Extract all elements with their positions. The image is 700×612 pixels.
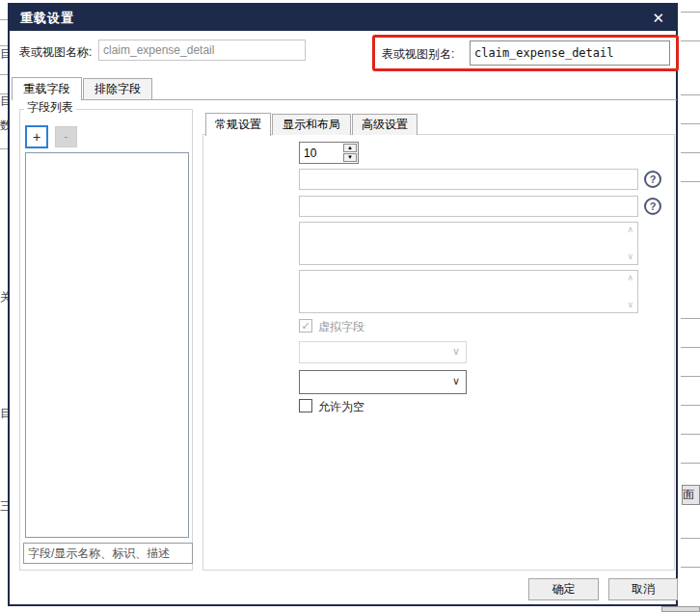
bg-fragment <box>661 606 700 612</box>
spinner-up-icon[interactable]: ▲ <box>343 144 357 152</box>
virtual-field-checkbox[interactable]: ✓ <box>299 319 312 333</box>
field-listbox[interactable] <box>25 152 189 538</box>
tab-general-settings[interactable]: 常规设置 <box>205 113 271 136</box>
dialog-titlebar: 重载设置 ✕ <box>10 5 676 31</box>
spinner-down-icon[interactable]: ▼ <box>343 153 357 162</box>
display-name-textarea[interactable]: ∧ ∨ <box>299 222 638 265</box>
scroll-up-icon[interactable]: ∧ <box>627 226 633 234</box>
help-icon[interactable]: ? <box>644 198 661 215</box>
field-desc-textarea[interactable]: ∧ ∨ <box>299 270 638 313</box>
tab-exclude-fields[interactable]: 排除字段 <box>83 78 152 99</box>
tab-reload-fields[interactable]: 重载字段 <box>12 77 82 100</box>
virtual-field-label: 虚拟字段 <box>318 319 364 335</box>
display-order-value[interactable] <box>300 143 342 163</box>
scroll-down-icon[interactable]: ∨ <box>627 253 633 261</box>
table-alias-input[interactable] <box>470 40 670 66</box>
remove-field-button[interactable]: - <box>55 126 77 147</box>
close-icon[interactable]: ✕ <box>652 11 665 25</box>
dialog-title: 重载设置 <box>20 10 74 27</box>
tab-advanced-settings[interactable]: 高级设置 <box>352 114 417 135</box>
field-list-legend: 字段列表 <box>24 99 76 116</box>
table-alias-label: 表或视图别名: <box>382 46 454 63</box>
control-type-dropdown[interactable]: ∨ <box>299 370 467 394</box>
tab-display-layout[interactable]: 显示和布局 <box>272 114 351 135</box>
table-name-label: 表或视图名称: <box>19 44 92 61</box>
add-field-button[interactable]: + <box>25 125 48 148</box>
allow-null-checkbox[interactable] <box>299 399 312 412</box>
field-name-input[interactable] <box>299 169 638 190</box>
chevron-down-icon: ∨ <box>452 345 460 358</box>
help-icon[interactable]: ? <box>644 171 661 188</box>
display-order-spinner[interactable]: ▲ ▼ <box>299 142 359 164</box>
chevron-down-icon: ∨ <box>452 375 460 387</box>
cancel-button[interactable]: 取消 <box>608 578 678 600</box>
scroll-down-icon[interactable]: ∨ <box>627 301 633 309</box>
field-id-input[interactable] <box>299 196 638 217</box>
scroll-up-icon[interactable]: ∧ <box>627 274 633 282</box>
screen: 目 目 数 关 目 三 面 重载设置 ✕ 表或视图名称: 表或视图别名: 重载字… <box>0 0 700 612</box>
table-name-input[interactable] <box>98 40 306 61</box>
field-filter-input[interactable] <box>23 543 193 564</box>
bg-cell: 面 <box>682 485 700 505</box>
ok-button[interactable]: 确定 <box>528 578 599 600</box>
data-type-dropdown[interactable]: ∨ <box>299 341 467 363</box>
allow-null-label: 允许为空 <box>318 399 364 415</box>
